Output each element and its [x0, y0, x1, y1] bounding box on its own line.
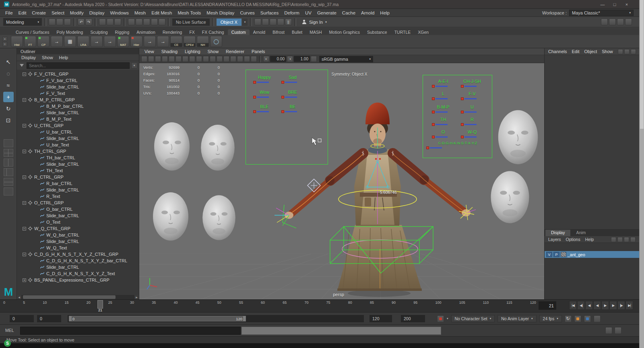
outliner-node[interactable]: − R_CTRL_GRP: [17, 174, 139, 180]
keyframe-box[interactable]: [461, 123, 464, 126]
time-slider-playhead[interactable]: [97, 300, 103, 309]
outliner-node[interactable]: − F_V_CTRL_GRP: [17, 71, 139, 77]
playback-start-field[interactable]: 0: [37, 315, 61, 322]
exposure-icon[interactable]: ◐: [263, 56, 269, 62]
select-object-icon[interactable]: [107, 19, 114, 25]
symmetry-dropdown-caret[interactable]: ▾: [242, 19, 248, 26]
viewport-menu-item[interactable]: Lighting: [185, 49, 200, 54]
move-layer-down-icon[interactable]: [617, 237, 623, 242]
status-divider[interactable]: [124, 18, 126, 26]
outliner-menu-item[interactable]: Show: [42, 55, 53, 60]
expand-toggle[interactable]: +: [23, 278, 26, 282]
layer-editor-menu-item[interactable]: Layers: [548, 237, 561, 242]
command-result-field[interactable]: [242, 327, 441, 335]
phoneme-slider[interactable]: L: [430, 91, 456, 100]
title-bar[interactable]: M Antonello_rig_wip_37.ma* - Autodesk Ma…: [0, 0, 644, 9]
shelf-button[interactable]: CP: [37, 36, 50, 47]
scrollbar-thumb[interactable]: [23, 295, 116, 299]
outliner-node[interactable]: − TH_CTRL_GRP: [17, 148, 139, 154]
slider-bar[interactable]: [464, 136, 477, 138]
slider-bar[interactable]: [436, 136, 448, 138]
expand-toggle[interactable]: −: [23, 150, 26, 153]
go-to-end-button[interactable]: ▶|: [625, 301, 633, 310]
menu-item[interactable]: Mesh: [132, 10, 149, 16]
shelf-tab[interactable]: Substance: [363, 29, 391, 35]
expand-toggle[interactable]: −: [23, 98, 26, 102]
keyframe-box[interactable]: [461, 111, 464, 113]
anim-layer-dropdown[interactable]: No Anim Layer ▾: [497, 315, 536, 322]
menu-item[interactable]: Curves: [237, 10, 257, 16]
keyframe-box[interactable]: [281, 81, 284, 84]
viewport-canvas[interactable]: Verts:92699 00 Edges:183016 00 Faces:905…: [139, 63, 544, 299]
slider-bar[interactable]: [285, 97, 297, 98]
scroll-right-icon[interactable]: ▶: [134, 295, 139, 299]
menu-item[interactable]: Arnold: [358, 10, 377, 16]
menu-item[interactable]: Display: [87, 10, 107, 16]
menu-item[interactable]: UV: [302, 10, 314, 16]
shelf-tab[interactable]: Sculpting: [87, 29, 111, 35]
step-forward-frame-button[interactable]: ▶: [609, 301, 617, 310]
blendshape-slider[interactable]: Wow: [252, 90, 277, 99]
current-frame-field[interactable]: 21: [539, 301, 556, 310]
keyframe-box[interactable]: [432, 97, 435, 100]
outliner-search-input[interactable]: [27, 62, 130, 69]
shelf-button[interactable]: MAT: [117, 36, 129, 47]
menu-item[interactable]: Generate: [314, 10, 339, 16]
play-forwards-button[interactable]: ▶: [601, 301, 609, 310]
motion-blur-icon[interactable]: [230, 56, 236, 62]
menu-set-dropdown[interactable]: Modeling ▾: [3, 18, 42, 26]
shelf-tab[interactable]: Animation: [133, 29, 159, 35]
scale-tool[interactable]: ⊡: [3, 115, 14, 126]
expand-toggle[interactable]: −: [23, 201, 26, 205]
tool-settings-toggle-icon[interactable]: [617, 19, 624, 25]
viewport-menu-item[interactable]: Show: [208, 49, 219, 54]
shelf-button[interactable]: LRA: [77, 36, 89, 47]
shelf-tab-arrow-icon[interactable]: ▾: [2, 37, 7, 41]
outliner-node[interactable]: R_Text: [17, 193, 139, 200]
auto-keyframe-toggle-icon[interactable]: [437, 315, 444, 322]
keyframe-box[interactable]: [253, 81, 256, 84]
playback-end-field[interactable]: 120: [369, 315, 392, 322]
time-slider[interactable]: 0510152025303540455055606570758085909510…: [0, 299, 644, 312]
layout-hypershade[interactable]: [4, 187, 13, 196]
slider-bar[interactable]: [436, 86, 448, 87]
shelf-button[interactable]: CPEd: [184, 36, 196, 47]
animation-start-field[interactable]: 0: [10, 315, 34, 322]
outliner-node[interactable]: − U_CTRL_GRP: [17, 122, 139, 129]
outliner-node[interactable]: F_V_bar_CTRL: [17, 77, 139, 84]
outliner-node[interactable]: C_D_G_H_K_N_S_T_X_Y_Z_bar_CTRL: [17, 257, 139, 264]
playback-loop-icon[interactable]: [565, 315, 572, 322]
outliner-node[interactable]: Slide_bar_CTRL: [17, 212, 139, 219]
slider-bar[interactable]: [257, 97, 269, 98]
snap-to-viewplane-icon[interactable]: [151, 19, 158, 25]
paint-select-tool[interactable]: ≈: [3, 80, 14, 91]
slider-bar[interactable]: [285, 111, 297, 112]
status-divider[interactable]: [44, 18, 46, 26]
channelbox-options-icon[interactable]: [631, 49, 636, 54]
create-layer-from-selected-icon[interactable]: [630, 237, 636, 242]
2d-pan-zoom-icon[interactable]: [175, 56, 182, 62]
snap-to-grid-icon[interactable]: [128, 19, 135, 25]
select-component-icon[interactable]: [114, 19, 121, 25]
phoneme-slider[interactable]: W-Q: [459, 130, 485, 138]
status-divider[interactable]: [212, 18, 214, 26]
blendshape-slider[interactable]: BE: [280, 104, 305, 113]
outliner-node[interactable]: W_Q_Text: [17, 245, 139, 251]
shelf-button[interactable]: [91, 36, 103, 47]
menu-item[interactable]: Edit Mesh: [149, 10, 175, 16]
viewport-menu-item[interactable]: Renderer: [226, 49, 244, 54]
shelf-button[interactable]: NH: [197, 36, 209, 47]
channelbox-speed-icon[interactable]: [624, 49, 630, 54]
select-tool[interactable]: ↖: [3, 57, 14, 67]
animation-preferences-icon[interactable]: [594, 315, 601, 322]
keyframe-box[interactable]: [426, 146, 429, 149]
shaded-mode-icon[interactable]: [196, 56, 202, 62]
view-transform-dropdown[interactable]: sRGB gamma ▾: [319, 56, 373, 62]
shelf-tab[interactable]: Poly Modeling: [53, 29, 87, 35]
keyframe-box[interactable]: [461, 136, 464, 138]
display-layer-row[interactable]: V P _ant_geo: [545, 251, 639, 258]
shelf-button[interactable]: Hier: [130, 36, 142, 47]
outliner-node[interactable]: C_D_G_H_K_N_S_T_X_Y_Z_Text: [17, 270, 139, 277]
shelf-menu-buttons[interactable]: ▾≡: [2, 37, 7, 46]
outliner-node[interactable]: R_bar_CTRL: [17, 180, 139, 187]
